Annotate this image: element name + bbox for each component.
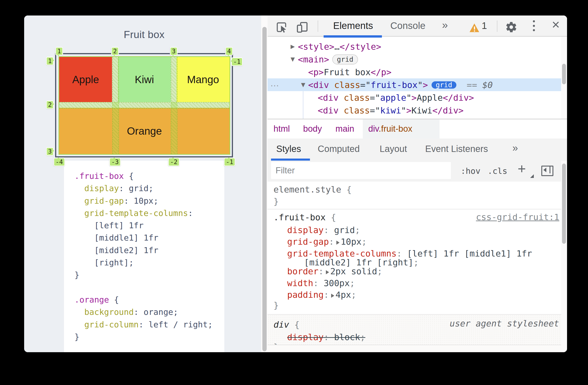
filter-bar: :hov .cls +: [268, 161, 567, 182]
page-scrollbar[interactable]: [261, 16, 268, 352]
tree-row[interactable]: ▼<main>grid: [268, 53, 561, 66]
filter-input[interactable]: [271, 162, 451, 179]
code-line: .fruit-box {: [74, 170, 213, 182]
breadcrumb-item[interactable]: html: [273, 124, 290, 134]
styles-rules: element.style {}.fruit-box {display: gri…: [268, 182, 561, 352]
hov-toggle[interactable]: :hov: [461, 166, 481, 176]
sidebar-toggle-bar: [549, 167, 550, 173]
sidebar-toggle-arrow: [543, 168, 546, 172]
tree-row[interactable]: <div class="apple">Apple</div>: [268, 91, 561, 104]
code-line: }: [74, 269, 213, 281]
grid-badge-selected[interactable]: grid: [432, 81, 456, 89]
devtools-toolbar: Elements Console » 1 ×: [268, 16, 567, 37]
devtools-panel: Elements Console » 1 × ▶<style>…</style>…: [268, 16, 567, 352]
styles-scrollbar-thumb[interactable]: [562, 164, 566, 244]
device-toolbar-icon[interactable]: [296, 21, 309, 34]
styles-tab-styles[interactable]: Styles: [276, 144, 301, 154]
code-line: grid-gap: 10px;: [74, 195, 213, 207]
cls-toggle[interactable]: .cls: [488, 166, 507, 176]
element-style-open[interactable]: element.style {: [273, 185, 352, 194]
new-style-rule-button[interactable]: +: [518, 160, 526, 176]
fruit-box-rule-line[interactable]: padding:4px;: [287, 290, 357, 300]
code-line: }: [74, 331, 213, 343]
styles-tab-underline: [271, 159, 310, 161]
fruit-box-rule-line[interactable]: [middle2] 1fr [right];: [304, 257, 419, 267]
grid-line-number: 3: [46, 147, 54, 156]
fruit-box-rule-line[interactable]: }: [273, 300, 279, 310]
sidebar-toggle-icon[interactable]: [541, 166, 553, 176]
more-actions-ellipsis[interactable]: …: [270, 78, 279, 88]
breadcrumb-item[interactable]: body: [303, 124, 322, 134]
stylesheet-link[interactable]: css-grid-fruit:1: [476, 212, 559, 222]
more-tabs-chevron[interactable]: »: [442, 19, 448, 31]
tree-row[interactable]: <p>Fruit box</p>: [268, 66, 561, 78]
tree-row-text: <div class="kiwi">Kiwi</div>: [318, 106, 464, 115]
tree-row-text: <p>Fruit box</p>: [308, 67, 392, 77]
warning-icon[interactable]: [469, 23, 480, 33]
dom-scrollbar[interactable]: [561, 37, 567, 119]
page-scrollbar-thumb[interactable]: [262, 27, 267, 351]
expand-arrow-open[interactable]: ▼: [291, 56, 295, 63]
ua-rule-open[interactable]: div {: [273, 320, 299, 330]
grid-line-number: 2: [111, 47, 119, 56]
tree-row[interactable]: <div class="orange">Orange</div>: [268, 117, 561, 119]
code-lines: .fruit-box { display: grid; grid-gap: 10…: [74, 170, 213, 343]
dom-tree: ▶<style>…</style>▼<main>grid<p>Fruit box…: [268, 37, 561, 119]
breadcrumb: htmlbodymaindiv.fruit-box: [268, 119, 567, 139]
tab-elements[interactable]: Elements: [333, 20, 373, 31]
grid-line-number: 4: [225, 47, 233, 56]
styles-scrollbar[interactable]: [561, 161, 567, 352]
fruit-box-rule-line[interactable]: display: grid;: [287, 225, 360, 235]
browser-window: Fruit box Apple Kiwi Mango Orange 123412…: [24, 16, 567, 352]
close-icon[interactable]: ×: [552, 17, 560, 32]
user-agent-stylesheet-note: user agent stylesheet: [450, 319, 559, 328]
new-style-rule-caret: [530, 174, 534, 178]
fruit-box-rule-line[interactable]: grid-template-columns: [left] 1fr [middl…: [287, 249, 532, 258]
expand-arrow-open[interactable]: ▼: [301, 82, 305, 88]
code-line: grid-template-columns:: [74, 207, 213, 219]
tree-row[interactable]: ▶<style>…</style>: [268, 40, 561, 53]
grid-line-number: -2: [168, 158, 180, 166]
fruit-box-rule-line[interactable]: .fruit-box {: [273, 212, 336, 222]
tree-row-text: <div class="apple">Apple</div>: [318, 93, 474, 103]
grid-outline-overlay: [59, 56, 230, 155]
fruit-box-rule-line[interactable]: width: 300px;: [287, 278, 355, 288]
gear-icon[interactable]: [505, 21, 517, 33]
styles-tab-event-listeners[interactable]: Event Listeners: [425, 144, 488, 154]
breadcrumb-item[interactable]: main: [336, 124, 354, 134]
styles-tabbar: StylesComputedLayoutEvent Listeners»: [268, 139, 567, 161]
browser-viewport: Fruit box Apple Kiwi Mango Orange 123412…: [24, 16, 261, 352]
rule-separator: [268, 209, 561, 209]
toolbar-separator: [497, 21, 497, 32]
rule-separator: [268, 314, 561, 315]
styles-tab-computed[interactable]: Computed: [318, 144, 360, 154]
code-line: display: grid;: [74, 182, 213, 194]
grid-badge[interactable]: grid: [332, 54, 358, 64]
grid-line-number: -3: [109, 158, 121, 166]
grid-line-number: -1: [224, 158, 235, 166]
grid-line-number: -1: [231, 57, 243, 66]
elements-tab-underline: [324, 35, 382, 38]
inspect-icon[interactable]: [276, 21, 288, 33]
tree-row[interactable]: …▼<div class="fruit-box">grid == $0: [268, 78, 561, 91]
dom-scrollbar-thumb[interactable]: [562, 64, 566, 84]
ua-display-block[interactable]: display: block;: [287, 332, 365, 342]
code-line: [left] 1fr: [74, 219, 213, 232]
code-line: [middle1] 1fr: [74, 232, 213, 244]
tree-row-text: <div class="fruit-box">grid == $0: [308, 80, 493, 90]
tree-row-text: <style>…</style>: [298, 42, 381, 52]
warning-count[interactable]: 1: [482, 20, 487, 31]
element-style-close[interactable]: }: [273, 196, 279, 206]
tree-row[interactable]: <div class="kiwi">Kiwi</div>: [268, 104, 561, 117]
tree-indent-guide: [303, 91, 303, 119]
fruit-box-rule-line[interactable]: grid-gap:10px;: [287, 237, 367, 247]
kebab-menu-icon[interactable]: [533, 20, 535, 31]
code-block: .fruit-box { display: grid; grid-gap: 10…: [64, 161, 224, 352]
expand-arrow-closed[interactable]: ▶: [291, 43, 295, 50]
styles-more-tabs[interactable]: »: [512, 142, 518, 153]
fruit-box-rule-line[interactable]: border:2px solid;: [287, 266, 382, 276]
tab-console[interactable]: Console: [390, 20, 425, 31]
breadcrumb-item[interactable]: div.fruit-box: [368, 124, 412, 134]
code-line: grid-column: left / right;: [74, 319, 213, 331]
styles-tab-layout[interactable]: Layout: [380, 144, 407, 154]
